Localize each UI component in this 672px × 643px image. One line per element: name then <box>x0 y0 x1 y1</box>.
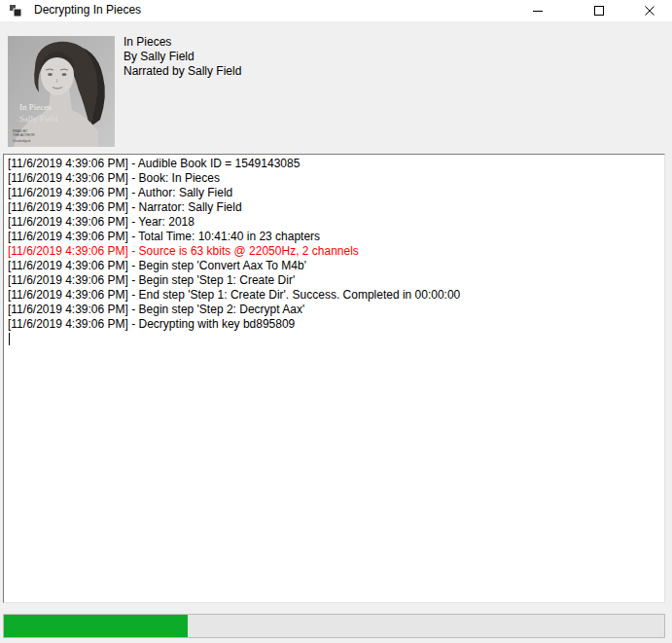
log-entry: [11/6/2019 4:39:06 PM] - Begin step 'Ste… <box>8 273 660 288</box>
log-entry: [11/6/2019 4:39:06 PM] - Narrator: Sally… <box>8 200 660 215</box>
app-icon <box>9 4 22 18</box>
cover-title-text: In Pieces <box>19 102 52 112</box>
book-title: In Pieces <box>124 35 241 50</box>
window-title: Decrypting In Pieces <box>34 3 141 17</box>
log-entry: [11/6/2019 4:39:06 PM] - Decrypting with… <box>8 317 660 332</box>
log-entry: [11/6/2019 4:39:06 PM] - Author: Sally F… <box>8 186 660 200</box>
log-entry: [11/6/2019 4:39:06 PM] - Book: In Pieces <box>8 171 660 186</box>
log-entry: [11/6/2019 4:39:06 PM] - Begin step 'Con… <box>8 259 660 273</box>
cover-author-text: Sally Field <box>19 114 58 124</box>
log-textbox[interactable]: [11/6/2019 4:39:06 PM] - Audible Book ID… <box>3 154 665 603</box>
maximize-button[interactable] <box>577 0 621 21</box>
progress-fill <box>4 615 188 637</box>
progress-bar <box>3 614 665 638</box>
app-window: Decrypting In Pieces <box>0 0 672 643</box>
book-narrator-line: Narrated by Sally Field <box>124 64 241 79</box>
cover-badge-line3: Unabridged <box>13 139 30 143</box>
book-info: In Pieces By Sally Field Narrated by Sal… <box>124 35 241 79</box>
book-author-line: By Sally Field <box>124 50 241 64</box>
maximize-icon <box>594 6 604 16</box>
log-entry: [11/6/2019 4:39:06 PM] - End step 'Step … <box>8 288 660 303</box>
cover-badge-line2: THE AUTHOR <box>13 133 35 137</box>
log-entry: [11/6/2019 4:39:06 PM] - Audible Book ID… <box>8 157 660 171</box>
caret-line <box>8 332 660 346</box>
minimize-icon <box>533 6 543 16</box>
text-caret <box>9 333 10 345</box>
log-entry: [11/6/2019 4:39:06 PM] - Begin step 'Ste… <box>8 303 660 317</box>
close-button[interactable] <box>627 0 672 21</box>
titlebar[interactable]: Decrypting In Pieces <box>0 0 672 21</box>
minimize-button[interactable] <box>515 0 560 21</box>
book-cover-image: In Pieces Sally Field READ BY THE AUTHOR… <box>8 36 115 147</box>
close-icon <box>645 6 654 16</box>
log-entry: [11/6/2019 4:39:06 PM] - Total Time: 10:… <box>8 230 660 244</box>
log-entry-error: [11/6/2019 4:39:06 PM] - Source is 63 kb… <box>8 244 660 259</box>
log-entry: [11/6/2019 4:39:06 PM] - Year: 2018 <box>8 215 660 230</box>
